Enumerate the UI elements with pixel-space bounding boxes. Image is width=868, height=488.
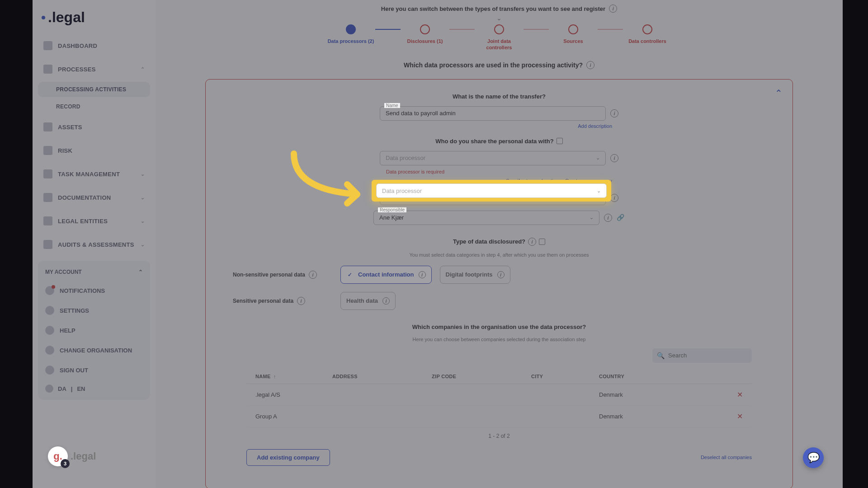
deselect-all-link[interactable]: Deselect all companies: [701, 455, 752, 460]
info-icon[interactable]: i: [610, 154, 618, 162]
info-icon[interactable]: i: [528, 238, 536, 246]
swap-icon: [45, 346, 54, 355]
clipboard-icon: [557, 138, 563, 144]
q-companies: Which companies in the organisation use …: [233, 324, 765, 330]
gear-icon: [45, 306, 54, 315]
q-type: Type of data disclosured?i: [233, 238, 765, 246]
sign-out-icon: [45, 366, 54, 375]
link-icon[interactable]: 🔗: [617, 214, 625, 222]
step-data-processors[interactable]: Data processors (2): [326, 24, 375, 44]
nav-task-management[interactable]: TASK MANAGEMENT⌄: [38, 163, 150, 185]
responsible-select[interactable]: Ane Kjær⌄: [373, 211, 599, 225]
nav-legal-entities[interactable]: LEGAL ENTITIES⌄: [38, 210, 150, 232]
step-sources[interactable]: Sources: [549, 24, 598, 44]
info-icon[interactable]: i: [586, 61, 594, 69]
bell-icon: [45, 286, 54, 295]
clipboard-icon: [539, 239, 545, 245]
chevron-down-icon: ⌄: [141, 218, 145, 224]
data-processor-select[interactable]: Data processor⌄: [380, 151, 606, 165]
nav-audits[interactable]: AUDITS & ASSESSMENTS⌄: [38, 234, 150, 255]
nav-notifications[interactable]: NOTIFICATIONS: [41, 281, 147, 300]
help-icon: [45, 326, 54, 335]
check-icon: ✓: [346, 271, 354, 278]
nav-sign-out[interactable]: SIGN OUT: [41, 360, 147, 380]
nav-risk[interactable]: RISK: [38, 140, 150, 161]
chat-fab[interactable]: 💬: [803, 447, 824, 468]
table-row: .legal A/SDenmark✕: [246, 384, 752, 406]
q-share: Who do you share the personal data with?: [233, 138, 765, 145]
nav-assets[interactable]: ASSETS: [38, 116, 150, 138]
processes-icon: [43, 65, 52, 74]
step-disclosures[interactable]: Disclosures (1): [401, 24, 449, 44]
nav-change-org[interactable]: CHANGE ORGANISATION: [41, 340, 147, 360]
nonsensitive-label: Non-sensitive personal datai: [233, 271, 332, 279]
info-icon[interactable]: i: [297, 297, 305, 305]
col-country[interactable]: COUNTRY: [599, 374, 729, 379]
chip-digital[interactable]: Digital footprintsi: [440, 266, 510, 284]
chip-contact[interactable]: ✓Contact informationi: [340, 266, 432, 284]
chevron-up-icon: ⌃: [141, 66, 145, 72]
globe-icon: [45, 385, 53, 393]
table-row: Group ADenmark✕: [246, 406, 752, 427]
companies-help: Here you can choose between companies se…: [233, 337, 765, 342]
pagination: 1 - 2 of 2: [246, 427, 752, 445]
step-joint-controllers[interactable]: Joint data controllers: [475, 24, 524, 51]
info-icon[interactable]: i: [497, 271, 505, 278]
add-description-link[interactable]: Add description: [578, 123, 612, 129]
assets-icon: [43, 122, 52, 131]
nav-processes[interactable]: PROCESSES⌃: [38, 58, 150, 80]
chevron-down-icon: ⌄: [141, 242, 145, 248]
info-icon[interactable]: i: [382, 297, 390, 305]
name-field-label: Name: [384, 103, 400, 108]
info-icon[interactable]: i: [610, 109, 618, 117]
chevron-down-icon[interactable]: ⌄: [156, 14, 843, 22]
collapse-button[interactable]: ⌃: [775, 88, 783, 99]
data-processor-select-highlighted[interactable]: Data processor⌄: [376, 183, 607, 198]
language-switcher[interactable]: DA|EN: [41, 380, 147, 397]
documentation-icon: [43, 193, 52, 202]
dashboard-icon: [43, 41, 52, 50]
entities-icon: [43, 216, 52, 225]
floater-logo: g.3 .legal: [48, 446, 96, 466]
chevron-down-icon: ⌄: [597, 188, 601, 194]
col-city[interactable]: CITY: [531, 374, 599, 379]
chevron-down-icon: ⌄: [590, 215, 594, 221]
tutorial-highlight: Data processor⌄: [372, 180, 611, 202]
risk-icon: [43, 146, 52, 155]
nav-documentation[interactable]: DOCUMENTATION⌄: [38, 187, 150, 208]
name-input[interactable]: [380, 106, 606, 121]
chevron-up-icon: ⌃: [138, 269, 143, 275]
nav-processing-activities[interactable]: PROCESSING ACTIVITIES: [38, 82, 150, 97]
sensitive-label: Sensitive personal datai: [233, 297, 332, 305]
guide-bubble[interactable]: g.3: [48, 446, 68, 466]
info-icon[interactable]: i: [309, 271, 317, 279]
nav-help[interactable]: HELP: [41, 320, 147, 340]
col-zip[interactable]: ZIP CODE: [432, 374, 531, 379]
col-name[interactable]: NAME↑: [255, 374, 332, 379]
info-icon[interactable]: i: [610, 194, 618, 202]
info-icon[interactable]: i: [419, 271, 426, 278]
col-address[interactable]: ADDRESS: [332, 374, 432, 379]
delete-row-button[interactable]: ✕: [729, 412, 743, 421]
chip-health[interactable]: Health datai: [340, 292, 396, 310]
info-icon[interactable]: i: [604, 214, 612, 222]
search-icon: 🔍: [657, 352, 665, 359]
delete-row-button[interactable]: ✕: [729, 390, 743, 399]
nav-record[interactable]: RECORD: [38, 99, 150, 114]
chat-icon: 💬: [807, 452, 820, 464]
section-question: Which data processors are used in the pr…: [156, 61, 843, 69]
dp-error: Data processor is required: [386, 169, 612, 174]
chevron-down-icon: ⌄: [596, 155, 600, 161]
add-company-button[interactable]: Add existing company: [246, 449, 330, 466]
nav-dashboard[interactable]: DASHBOARD: [38, 35, 150, 56]
info-icon[interactable]: i: [609, 5, 617, 13]
main-content: Here you can switch between the types of…: [156, 0, 843, 488]
search-input[interactable]: [668, 352, 747, 359]
type-help: You must select data categories in step …: [233, 252, 765, 258]
search-box[interactable]: 🔍: [652, 348, 752, 363]
logo: .legal: [38, 8, 150, 33]
step-data-controllers[interactable]: Data controllers: [623, 24, 672, 44]
nav-settings[interactable]: SETTINGS: [41, 300, 147, 320]
account-head[interactable]: MY ACCOUNT⌃: [41, 263, 147, 281]
guide-badge: 3: [61, 459, 70, 468]
